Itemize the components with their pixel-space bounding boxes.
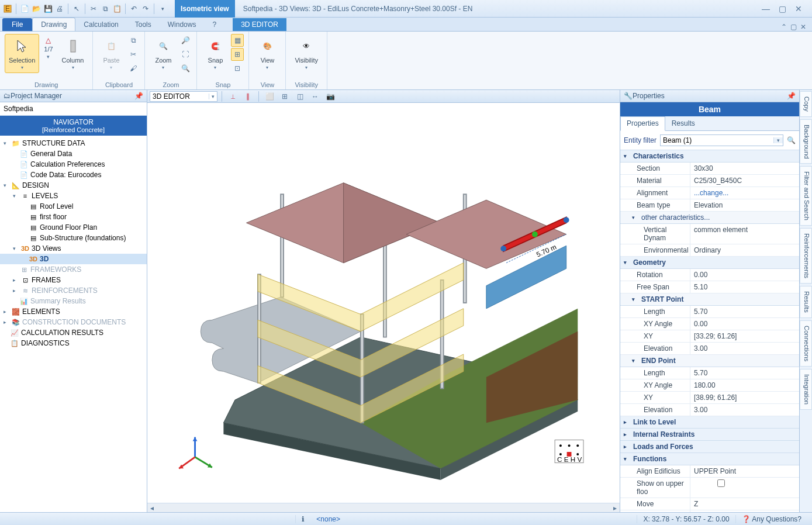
tree-elements[interactable]: ▸🧱ELEMENTS: [0, 306, 147, 317]
app-icon[interactable]: E: [2, 4, 13, 14]
section-characteristics[interactable]: ▾Characteristics: [620, 150, 799, 163]
zoom-fit-icon[interactable]: ⛶: [179, 48, 192, 61]
section-end-point[interactable]: ▾END Point: [620, 355, 799, 367]
tree-ground-floor[interactable]: ▤Ground Floor Plan: [0, 222, 147, 233]
visibility-button[interactable]: 👁 Visibility ▾: [291, 34, 322, 73]
tree-general-data[interactable]: 📄General Data: [0, 148, 147, 159]
zoom-out-icon[interactable]: 🔍: [179, 62, 192, 75]
snap-grid-icon[interactable]: ▦: [231, 34, 244, 47]
maximize-icon[interactable]: ▢: [777, 5, 787, 13]
section-functions[interactable]: ▾Functions: [620, 453, 799, 465]
copy-icon[interactable]: ⧉: [127, 34, 140, 47]
tree-design[interactable]: ▾📐DESIGN: [0, 180, 147, 191]
redo-icon[interactable]: ↷: [140, 4, 151, 14]
sidetab-reinforcements[interactable]: Reinforcements: [800, 228, 812, 284]
chevron-down-icon[interactable]: ▾: [47, 54, 50, 60]
pin-icon[interactable]: 📌: [134, 92, 143, 100]
ribbon-restore-icon[interactable]: ▢: [790, 23, 797, 31]
tree-structure-data[interactable]: ▾📁STRUCTURE DATA: [0, 138, 147, 148]
tree-construction-docs[interactable]: ▸📚CONSTRUCTION DOCUMENTS: [0, 317, 147, 327]
tab-properties[interactable]: Properties: [620, 116, 665, 131]
tree-reinforcements[interactable]: ▸≋REINFORCEMENTS: [0, 285, 147, 296]
selection-button[interactable]: Selection ▾: [5, 34, 39, 73]
tab-tools[interactable]: Tools: [127, 18, 160, 31]
tab-windows[interactable]: Windows: [160, 18, 205, 31]
undo-icon[interactable]: ↶: [129, 4, 139, 14]
tree-levels[interactable]: ▾≡LEVELS: [0, 191, 147, 201]
section-start-point[interactable]: ▾START Point: [620, 293, 799, 306]
wireframe-icon[interactable]: ⊞: [278, 90, 291, 103]
view-button[interactable]: 🎨 View ▾: [254, 34, 281, 73]
sidetab-connections[interactable]: Connections: [800, 320, 812, 367]
dimension-icon[interactable]: ↔: [309, 90, 322, 103]
qat-dropdown-icon[interactable]: ▾: [157, 4, 168, 14]
horizontal-scrollbar[interactable]: ◂ ▸: [147, 503, 620, 512]
cut-icon[interactable]: ✂: [88, 4, 99, 14]
triangle-icon[interactable]: △: [46, 36, 51, 44]
status-info-icon[interactable]: ℹ: [295, 515, 310, 523]
tree-roof[interactable]: ▤Roof Level: [0, 201, 147, 212]
val-s-xyangle[interactable]: 0.00: [690, 318, 799, 330]
chevron-down-icon[interactable]: ▾: [773, 137, 783, 143]
project-tree[interactable]: ▾📁STRUCTURE DATA 📄General Data 📄Calculat…: [0, 136, 147, 512]
sidetab-results[interactable]: Results: [800, 286, 812, 318]
tab-3d-editor[interactable]: 3D EDITOR: [233, 18, 286, 31]
val-e-length[interactable]: 5.70: [690, 367, 799, 379]
document-name-input[interactable]: [150, 92, 209, 101]
open-icon[interactable]: 📂: [31, 4, 42, 14]
zoom-in-icon[interactable]: 🔎: [179, 34, 192, 47]
camera-icon[interactable]: 📷: [324, 90, 337, 103]
sidetab-copy[interactable]: Copy: [800, 91, 812, 117]
val-rotation[interactable]: 0.00: [690, 269, 799, 281]
section-link-level[interactable]: ▸Link to Level: [620, 416, 799, 429]
snap-point-icon[interactable]: ⊡: [231, 62, 244, 75]
tree-3d-views[interactable]: ▾3D3D Views: [0, 243, 147, 254]
scroll-left-icon[interactable]: ◂: [147, 504, 157, 512]
tab-help[interactable]: ?: [204, 18, 224, 31]
tree-substructure[interactable]: ▤Sub-Structure (foundations): [0, 233, 147, 243]
chevron-down-icon[interactable]: ▾: [209, 94, 217, 99]
scroll-right-icon[interactable]: ▸: [610, 504, 620, 512]
file-tab[interactable]: File: [2, 18, 32, 31]
axis-y-icon[interactable]: ∥: [241, 90, 254, 103]
tree-calc-results[interactable]: 📈CALCULATION RESULTS: [0, 327, 147, 338]
sidetab-background[interactable]: Background: [800, 119, 812, 164]
snap-ortho-icon[interactable]: ⊞: [231, 48, 244, 61]
val-env[interactable]: Ordinary: [690, 244, 799, 256]
tree-code-data[interactable]: 📄Code Data: Eurocodes: [0, 170, 147, 180]
val-vdynam[interactable]: common element: [690, 224, 799, 244]
tree-calc-prefs[interactable]: 📄Calculation Preferences: [0, 159, 147, 170]
save-icon[interactable]: 💾: [43, 4, 53, 14]
tab-calculation[interactable]: Calculation: [75, 18, 126, 31]
tab-results[interactable]: Results: [665, 116, 702, 130]
cube-icon[interactable]: ⬜: [263, 90, 276, 103]
cursor-icon[interactable]: ↖: [71, 4, 82, 14]
column-button[interactable]: Column ▾: [58, 34, 88, 73]
sidetab-filter[interactable]: Filter and Search: [800, 166, 812, 226]
document-selector[interactable]: ▾: [150, 91, 217, 102]
ribbon-collapse-icon[interactable]: ⌃: [781, 23, 787, 31]
minimize-icon[interactable]: —: [761, 5, 771, 13]
val-section[interactable]: 30x30: [690, 163, 799, 174]
val-alignment[interactable]: ...change...: [690, 187, 799, 199]
val-freespan[interactable]: 5.10: [690, 281, 799, 293]
axis-x-icon[interactable]: ⟂: [226, 90, 239, 103]
format-painter-icon[interactable]: 🖌: [127, 62, 140, 75]
tree-summary[interactable]: 📊Summary Results: [0, 296, 147, 306]
status-help[interactable]: ❓ Any Questions?: [735, 515, 807, 523]
tree-3d[interactable]: 3D3D: [0, 254, 147, 264]
property-grid[interactable]: ▾Characteristics Section30x30 MaterialC2…: [620, 150, 799, 512]
val-e-elev[interactable]: 3.00: [690, 404, 799, 416]
ribbon-close-icon[interactable]: ✕: [800, 23, 806, 31]
snap-button[interactable]: 🧲 Snap ▾: [202, 34, 229, 73]
3d-viewport[interactable]: 5.70 m C E H V: [147, 103, 620, 503]
tab-drawing[interactable]: Drawing: [32, 18, 75, 31]
entity-filter-combo[interactable]: Beam (1) ▾: [660, 134, 783, 146]
search-icon[interactable]: 🔍: [787, 136, 796, 144]
zoom-button[interactable]: 🔍 Zoom ▾: [150, 34, 177, 73]
tree-diagnostics[interactable]: 📋DIAGNOSTICS: [0, 338, 147, 348]
val-f-xyz[interactable]: 0.00: [690, 510, 799, 512]
section-internal-restraints[interactable]: ▸Internal Restraints: [620, 429, 799, 441]
val-s-elev[interactable]: 3.00: [690, 343, 799, 354]
val-f-show[interactable]: [690, 478, 799, 498]
